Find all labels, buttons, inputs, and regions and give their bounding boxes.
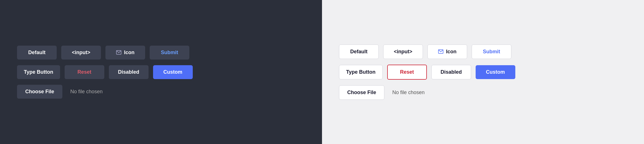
dark-type-button[interactable]: Type Button bbox=[17, 65, 60, 79]
light-no-file-text: No file chosen bbox=[392, 90, 425, 96]
light-type-button[interactable]: Type Button bbox=[339, 65, 383, 79]
dark-row-3: Choose File No file chosen bbox=[17, 85, 103, 99]
dark-default-button[interactable]: Default bbox=[17, 46, 57, 60]
light-choose-file-button[interactable]: Choose File bbox=[339, 85, 384, 100]
dark-row-1: Default <input> Icon Submit bbox=[17, 46, 189, 60]
light-submit-button[interactable]: Submit bbox=[472, 45, 511, 59]
envelope-icon bbox=[116, 50, 122, 55]
light-reset-button[interactable]: Reset bbox=[387, 65, 427, 80]
light-default-button[interactable]: Default bbox=[339, 45, 379, 59]
dark-panel: Default <input> Icon Submit Type Button … bbox=[0, 0, 322, 144]
light-disabled-button[interactable]: Disabled bbox=[431, 65, 471, 79]
light-row-2: Type Button Reset Disabled Custom bbox=[339, 65, 515, 80]
dark-row-2: Type Button Reset Disabled Custom bbox=[17, 65, 193, 79]
dark-no-file-text: No file chosen bbox=[70, 89, 103, 95]
light-custom-button[interactable]: Custom bbox=[476, 65, 515, 79]
envelope-icon bbox=[438, 49, 444, 54]
dark-submit-button[interactable]: Submit bbox=[150, 46, 189, 60]
dark-choose-file-button[interactable]: Choose File bbox=[17, 85, 62, 99]
light-input-button[interactable]: <input> bbox=[383, 45, 423, 59]
light-panel: Default <input> Icon Submit Type Button … bbox=[322, 0, 644, 144]
dark-reset-button[interactable]: Reset bbox=[65, 65, 104, 79]
dark-custom-button[interactable]: Custom bbox=[153, 65, 193, 79]
dark-input-button[interactable]: <input> bbox=[61, 46, 101, 60]
light-row-3: Choose File No file chosen bbox=[339, 85, 425, 100]
dark-icon-button[interactable]: Icon bbox=[105, 46, 145, 60]
light-row-1: Default <input> Icon Submit bbox=[339, 45, 511, 59]
dark-disabled-button[interactable]: Disabled bbox=[109, 65, 149, 79]
light-icon-button[interactable]: Icon bbox=[427, 45, 467, 59]
